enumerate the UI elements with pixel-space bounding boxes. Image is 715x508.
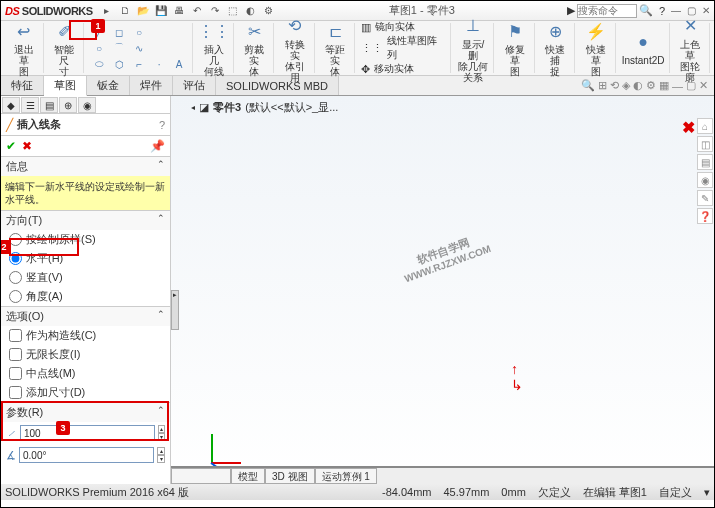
angle-input[interactable] [19,447,154,463]
exit-sketch-button[interactable]: ↩退出草 图 [9,19,39,77]
move-icon[interactable]: ✥ [361,63,370,76]
taskpane-lib-icon[interactable]: ◫ [697,136,713,152]
direction-header[interactable]: 方向(T) [6,213,42,228]
crumb-back-icon[interactable]: ◂ [191,103,195,112]
crumb-part[interactable]: 零件3 [213,100,241,115]
spline-icon[interactable]: ∿ [130,41,148,55]
spinner-up-icon[interactable]: ▴ [157,447,165,455]
spinner-down-icon[interactable]: ▾ [158,433,165,441]
chevron-up-icon[interactable]: ⌃ [157,213,165,228]
vtab-motion[interactable]: 运动算例 1 [315,468,377,484]
tab-weldment[interactable]: 焊件 [130,76,173,95]
tab-sheetmetal[interactable]: 钣金 [87,76,130,95]
chevron-up-icon[interactable]: ⌃ [157,405,165,420]
view-tool-icon[interactable]: ▦ [659,79,669,92]
status-z: 0mm [501,486,525,498]
display-relations-button[interactable]: ⊥显示/删 除几何 关系 [457,14,489,83]
repair-sketch-button[interactable]: ⚑修复草 图 [500,19,530,77]
taskpane-home-icon[interactable]: ⌂ [697,118,713,134]
select-icon[interactable]: ⬚ [225,3,241,19]
trim-button[interactable]: ✂剪裁实 体 [240,19,270,77]
ok-button[interactable]: ✔ [6,139,16,153]
opt-adddim-check[interactable] [9,386,22,399]
graphics-viewport[interactable]: ▸ ◂ ◪ 零件3 (默认<<默认>_显... 软件自学网WWW.RJZXW.C… [171,96,714,484]
open-icon[interactable]: 📂 [135,3,151,19]
corner-rect-icon[interactable]: ◻ [110,25,128,39]
pattern-icon[interactable]: ⋮⋮ [361,42,383,55]
ellipse-icon[interactable]: ⬭ [90,57,108,71]
tab-mbd[interactable]: SOLIDWORKS MBD [216,76,339,95]
cancel-button[interactable]: ✖ [22,139,32,153]
vtab-model[interactable]: 模型 [231,468,265,484]
status-version: SOLIDWORKS Premium 2016 x64 版 [5,485,189,500]
mirror-icon[interactable]: ▥ [361,21,371,34]
undo-icon[interactable]: ↶ [189,3,205,19]
point-icon[interactable]: · [150,57,168,71]
pin-icon[interactable]: 📌 [150,139,165,153]
taskpane-forum-icon[interactable]: ❓ [697,208,713,224]
redo-icon[interactable]: ↷ [207,3,223,19]
new-icon[interactable]: ▸ [99,3,115,19]
dir-angle-radio[interactable] [9,290,22,303]
smart-dimension-button[interactable]: ✐智能尺 寸 [50,19,80,77]
search-glass-icon[interactable]: 🔍 [639,4,653,17]
tab-sketch[interactable]: 草图 [44,76,87,96]
length-input[interactable] [20,425,155,441]
view-tool-icon[interactable]: ⊞ [598,79,607,92]
taskpane-view-icon[interactable]: ▤ [697,154,713,170]
info-header[interactable]: 信息 [6,159,28,174]
opt-construction-check[interactable] [9,329,22,342]
view-tool-icon[interactable]: ⚙ [646,79,656,92]
shaded-contour-button[interactable]: ✕上色草 图轮廓 [676,14,706,83]
panel-expand-handle[interactable]: ▸ [171,290,179,330]
chevron-up-icon[interactable]: ⌃ [157,309,165,324]
opt-midpoint-check[interactable] [9,367,22,380]
fillet-icon[interactable]: ⌐ [130,57,148,71]
help-icon[interactable]: ? [659,5,665,17]
panel-tab-feature-icon[interactable]: ◆ [2,97,20,113]
help-icon[interactable]: ? [159,119,165,131]
convert-button[interactable]: ⟲转换实 体引用 [280,14,310,83]
panel-tab-dim-icon[interactable]: ⊕ [59,97,77,113]
spinner-up-icon[interactable]: ▴ [158,425,165,433]
params-header[interactable]: 参数(R) [6,405,43,420]
sketch-close-icon[interactable]: ✖ [682,118,695,137]
slot-icon[interactable]: ○ [130,25,148,39]
rebuild-icon[interactable]: ◐ [243,3,259,19]
text-icon[interactable]: A [170,57,188,71]
quick-snap-button[interactable]: ⊕快速捕 捉 [541,19,571,77]
vtab-3dview[interactable]: 3D 视图 [265,468,315,484]
save-icon[interactable]: 💾 [153,3,169,19]
construction-geometry-button[interactable]: ⋮⋮插入几 何线 [199,19,229,77]
taskpane-prop-icon[interactable]: ✎ [697,190,713,206]
rapid-sketch-button[interactable]: ⚡快速草 图 [581,19,611,77]
panel-tab-config-icon[interactable]: ☰ [21,97,39,113]
chevron-up-icon[interactable]: ⌃ [157,159,165,174]
panel-tab-appear-icon[interactable]: ◉ [78,97,96,113]
spinner-down-icon[interactable]: ▾ [157,455,165,463]
dir-horizontal-radio[interactable] [9,252,22,265]
polygon-icon[interactable]: ⬡ [110,57,128,71]
offset-button[interactable]: ⊏等距实 体 [321,19,351,77]
marker-1: 1 [91,19,105,33]
taskpane-appear-icon[interactable]: ◉ [697,172,713,188]
view-tool-icon[interactable]: ◐ [633,79,643,92]
crumb-config[interactable]: (默认<<默认>_显... [245,100,338,115]
view-tool-icon[interactable]: 🔍 [581,79,595,92]
status-menu-icon[interactable]: ▾ [704,486,710,499]
view-tool-icon[interactable]: ◈ [622,79,630,92]
search-input[interactable] [577,4,637,18]
tab-evaluate[interactable]: 评估 [173,76,216,95]
file-icon[interactable]: 🗋 [117,3,133,19]
tab-feature[interactable]: 特征 [1,76,44,95]
options-header[interactable]: 选项(O) [6,309,44,324]
opt-infinite-check[interactable] [9,348,22,361]
dir-vertical-radio[interactable] [9,271,22,284]
circle-icon[interactable]: ○ [90,41,108,55]
instant2d-button[interactable]: ●Instant2D [622,30,665,66]
arc-icon[interactable]: ⌒ [110,41,128,55]
print-icon[interactable]: 🖶 [171,3,187,19]
options-icon[interactable]: ⚙ [261,3,277,19]
view-tool-icon[interactable]: ⟲ [610,79,619,92]
panel-tab-display-icon[interactable]: ▤ [40,97,58,113]
